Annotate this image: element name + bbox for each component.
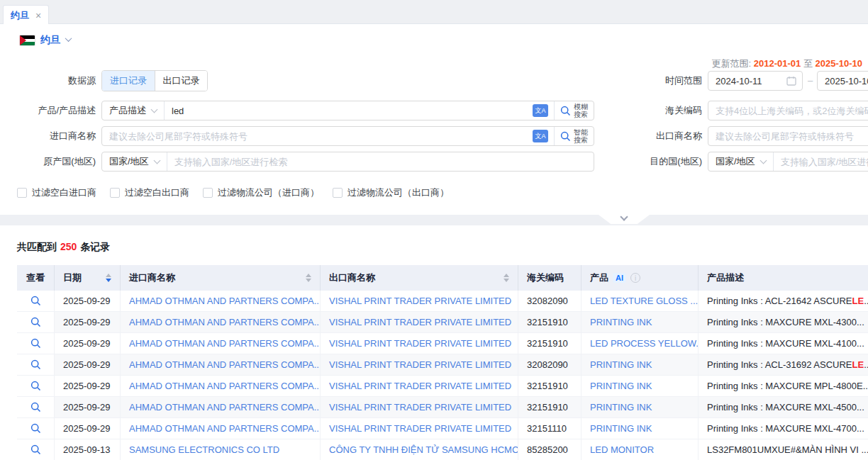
product-link[interactable]: PRINTING INK: [582, 418, 699, 439]
description-cell: Printing Inks : MAXCURE MXL-4500...: [699, 397, 868, 418]
tab-bar: 约旦 ×: [0, 0, 868, 24]
origin-country-input[interactable]: [167, 152, 594, 171]
table-row: 2025-09-29AHMAD OTHMAN AND PARTNERS COMP…: [17, 376, 868, 397]
datasource-label: 数据源: [0, 71, 96, 91]
exporter-label: 出口商名称: [610, 126, 702, 146]
time-range-start-input[interactable]: [708, 72, 781, 90]
product-field-select[interactable]: 产品描述: [102, 101, 164, 120]
importer-link[interactable]: AHMAD OTHMAN AND PARTNERS COMPA...: [121, 418, 321, 439]
tab-close-icon[interactable]: ×: [35, 11, 41, 21]
datasource-toggle: 进口记录 出口记录: [101, 70, 208, 91]
column-header-date[interactable]: 日期: [55, 265, 121, 291]
product-link[interactable]: PRINTING INK: [582, 397, 699, 418]
exporter-link[interactable]: VISHAL PRINT TRADER PRIVATE LIMITED: [321, 354, 518, 376]
hs-code-input[interactable]: [708, 101, 868, 120]
importer-link[interactable]: AHMAD OTHMAN AND PARTNERS COMPA...: [121, 354, 321, 376]
view-record-button[interactable]: [17, 439, 55, 460]
product-label: 产品/产品描述: [0, 101, 96, 120]
importer-link[interactable]: SAMSUNG ELECTRONICS CO LTD: [121, 439, 321, 460]
table-body: 2025-09-29AHMAD OTHMAN AND PARTNERS COMP…: [17, 291, 868, 460]
magnifier-icon: [30, 338, 41, 349]
update-range: 更新范围: 2012-01-01 至 2025-10-10: [712, 57, 863, 70]
update-range-word: 至: [803, 58, 813, 69]
magnifier-icon: [560, 131, 571, 142]
tab-jordan[interactable]: 约旦 ×: [3, 5, 49, 25]
fuzzy-search-button[interactable]: 模糊 搜索: [554, 101, 594, 120]
importer-search-group: 文A 智能 搜索: [101, 126, 594, 146]
importer-link[interactable]: AHMAD OTHMAN AND PARTNERS COMPA...: [121, 291, 321, 312]
checkbox-icon[interactable]: [110, 188, 120, 198]
smart-search-button[interactable]: 智能 搜索: [554, 127, 594, 145]
description-cell: Printing Inks : MAXCURE MXL-4100...: [699, 333, 868, 354]
product-link[interactable]: PRINTING INK: [582, 376, 699, 397]
time-range-end-input[interactable]: [818, 72, 868, 90]
view-record-button[interactable]: [17, 397, 55, 418]
product-link[interactable]: PRINTING INK: [582, 354, 699, 376]
filter-checkbox-row: 过滤空白进口商 过滤空白出口商 过滤物流公司（进口商） 过滤物流公司（出口商）: [17, 186, 449, 199]
table-header: 查看 日期 进口商名称 出口商名称 海关编码 产品 AI i 产品描述: [17, 265, 868, 291]
exporter-link[interactable]: VISHAL PRINT TRADER PRIVATE LIMITED: [321, 376, 518, 397]
results-table: 查看 日期 进口商名称 出口商名称 海关编码 产品 AI i 产品描述 2025…: [17, 265, 868, 460]
origin-country-select[interactable]: 国家/地区: [102, 152, 167, 171]
exporter-link[interactable]: VISHAL PRINT TRADER PRIVATE LIMITED: [321, 418, 518, 439]
column-header-hs-code: 海关编码: [518, 265, 582, 291]
view-record-button[interactable]: [17, 418, 55, 439]
hs-code-cell: 32082090: [518, 291, 582, 312]
hs-code-cell: 32151910: [518, 312, 582, 333]
translate-icon[interactable]: 文A: [533, 130, 548, 142]
exporter-link[interactable]: VISHAL PRINT TRADER PRIVATE LIMITED: [321, 312, 518, 333]
product-link[interactable]: LED MONITOR: [582, 439, 699, 460]
importer-link[interactable]: AHMAD OTHMAN AND PARTNERS COMPA...: [121, 376, 321, 397]
sort-icon-importer[interactable]: [300, 274, 311, 282]
checkbox-filter-blank-exporter[interactable]: 过滤空白出口商: [110, 186, 189, 199]
origin-country-group: 国家/地区: [101, 152, 594, 172]
destination-country-select[interactable]: 国家/地区: [708, 152, 773, 171]
hs-code-label: 海关编码: [610, 101, 702, 120]
magnifier-icon: [30, 296, 41, 306]
checkbox-icon[interactable]: [203, 188, 213, 198]
info-icon[interactable]: i: [630, 273, 640, 283]
view-record-button[interactable]: [17, 312, 55, 333]
checkbox-filter-logistics-exporter[interactable]: 过滤物流公司（出口商）: [333, 186, 449, 199]
date-cell: 2025-09-29: [55, 333, 121, 354]
table-row: 2025-09-29AHMAD OTHMAN AND PARTNERS COMP…: [17, 354, 868, 376]
time-range-start: [708, 71, 803, 91]
view-record-button[interactable]: [17, 291, 55, 312]
importer-name-input[interactable]: [102, 127, 527, 145]
update-range-label: 更新范围:: [712, 58, 752, 69]
exporter-link[interactable]: VISHAL PRINT TRADER PRIVATE LIMITED: [321, 291, 518, 312]
checkbox-icon[interactable]: [333, 188, 343, 198]
collapse-panel-button[interactable]: [599, 215, 650, 224]
product-link[interactable]: LED TEXTURE GLOSS ...: [582, 291, 699, 312]
jordan-flag-icon: [20, 35, 35, 45]
importer-link[interactable]: AHMAD OTHMAN AND PARTNERS COMPA...: [121, 312, 321, 333]
sort-icon-exporter[interactable]: [498, 274, 509, 282]
sort-icon-date[interactable]: [100, 274, 111, 282]
view-record-button[interactable]: [17, 354, 55, 376]
checkbox-filter-blank-importer[interactable]: 过滤空白进口商: [17, 186, 96, 199]
importer-link[interactable]: AHMAD OTHMAN AND PARTNERS COMPA...: [121, 397, 321, 418]
checkbox-icon[interactable]: [17, 188, 27, 198]
destination-country-input[interactable]: [774, 152, 868, 171]
country-selector[interactable]: 约旦: [20, 34, 71, 47]
magnifier-icon: [30, 444, 41, 455]
datasource-import-button[interactable]: 进口记录: [102, 71, 155, 91]
product-link[interactable]: LED PROCESS YELLOW...: [582, 333, 699, 354]
importer-link[interactable]: AHMAD OTHMAN AND PARTNERS COMPA...: [121, 333, 321, 354]
update-range-from: 2012-01-01: [754, 58, 801, 69]
view-record-button[interactable]: [17, 333, 55, 354]
view-record-button[interactable]: [17, 376, 55, 397]
checkbox-filter-logistics-importer[interactable]: 过滤物流公司（进口商）: [203, 186, 319, 199]
magnifier-icon: [30, 402, 41, 413]
exporter-link[interactable]: CÔNG TY TNHH ĐIỆN TỬ SAMSUNG HCMC...: [321, 439, 518, 460]
exporter-link[interactable]: VISHAL PRINT TRADER PRIVATE LIMITED: [321, 333, 518, 354]
product-link[interactable]: PRINTING INK: [582, 312, 699, 333]
table-row: 2025-09-13SAMSUNG ELECTRONICS CO LTDCÔNG…: [17, 439, 868, 460]
exporter-name-input[interactable]: [708, 127, 868, 145]
exporter-link[interactable]: VISHAL PRINT TRADER PRIVATE LIMITED: [321, 397, 518, 418]
column-header-exporter[interactable]: 出口商名称: [321, 265, 518, 291]
column-header-importer[interactable]: 进口商名称: [121, 265, 321, 291]
datasource-export-button[interactable]: 出口记录: [155, 71, 207, 91]
translate-icon[interactable]: 文A: [533, 104, 548, 117]
product-search-input[interactable]: [165, 101, 527, 120]
